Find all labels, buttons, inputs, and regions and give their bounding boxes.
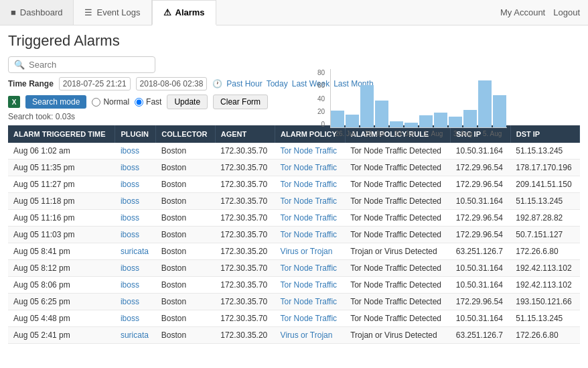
table-row[interactable]: Aug 05 11:16 pmibossBoston172.30.35.70To…: [8, 210, 580, 227]
table-cell-6-3: 172.30.35.20: [215, 243, 275, 260]
logout-link[interactable]: Logout: [553, 7, 580, 17]
table-cell-8-7: 192.42.113.102: [510, 277, 579, 294]
plugin-link[interactable]: iboss: [121, 297, 139, 306]
search-bar[interactable]: 🔍: [8, 56, 155, 73]
plugin-link[interactable]: suricata: [121, 330, 149, 340]
alarm-policy-link[interactable]: Tor Node Traffic: [281, 163, 337, 172]
y-label-80: 80: [317, 69, 325, 76]
table-cell-4-2: Boston: [156, 210, 216, 227]
table-cell-10-6: 10.50.31.164: [451, 310, 510, 327]
table-row[interactable]: Aug 05 6:25 pmibossBoston172.30.35.70Tor…: [8, 294, 580, 310]
table-cell-3-3: 172.30.35.70: [215, 193, 275, 210]
plugin-link[interactable]: iboss: [121, 314, 139, 323]
alarm-policy-link[interactable]: Tor Node Traffic: [281, 263, 337, 273]
plugin-link[interactable]: iboss: [121, 280, 139, 290]
table-row[interactable]: Aug 05 11:35 pmibossBoston172.30.35.70To…: [8, 160, 580, 176]
excel-export-button[interactable]: X: [8, 96, 20, 108]
table-cell-1-6: 172.29.96.54: [451, 160, 510, 176]
alarm-policy-link[interactable]: Tor Node Traffic: [281, 297, 337, 306]
table-cell-8-3: 172.30.35.70: [215, 277, 275, 294]
my-account-link[interactable]: My Account: [500, 7, 545, 17]
alarm-policy-link[interactable]: Tor Node Traffic: [281, 180, 337, 189]
normal-radio[interactable]: [92, 98, 100, 107]
col-header-3: AGENT: [215, 125, 275, 143]
fast-radio[interactable]: [135, 98, 143, 107]
table-cell-11-4: Virus or Trojan: [275, 327, 346, 344]
x-label-5: 5. Aug: [477, 130, 507, 137]
col-header-2: COLLECTOR: [156, 125, 216, 143]
tab-dashboard[interactable]: ■ Dashboard: [0, 0, 74, 25]
plugin-link[interactable]: iboss: [121, 196, 139, 206]
table-cell-4-7: 192.87.28.82: [510, 210, 579, 227]
plugin-link[interactable]: iboss: [121, 213, 139, 223]
chart-bar-6: [419, 115, 433, 127]
table-cell-7-5: Tor Node Traffic Detected: [345, 260, 451, 277]
plugin-link[interactable]: iboss: [121, 230, 139, 239]
alarm-policy-link[interactable]: Tor Node Traffic: [281, 314, 337, 323]
table-cell-10-1: iboss: [115, 310, 156, 327]
plugin-link[interactable]: iboss: [121, 163, 139, 172]
table-cell-1-7: 178.17.170.196: [510, 160, 579, 176]
page-content: Triggered Alarms 🔍 Time Range 2018-07-25…: [0, 25, 588, 351]
table-row[interactable]: Aug 05 4:48 pmibossBoston172.30.35.70Tor…: [8, 310, 580, 327]
table-cell-8-1: iboss: [115, 277, 156, 294]
plugin-link[interactable]: iboss: [121, 180, 139, 189]
table-row[interactable]: Aug 05 11:27 pmibossBoston172.30.35.70To…: [8, 176, 580, 193]
time-range-end[interactable]: 2018-08-06 02:38: [136, 77, 208, 90]
tab-alarms[interactable]: ⚠ Alarms: [152, 0, 216, 25]
table-row[interactable]: Aug 05 11:03 pmibossBoston172.30.35.70To…: [8, 227, 580, 243]
time-range-label: Time Range: [8, 79, 54, 88]
fast-radio-group: Fast: [135, 97, 161, 107]
normal-label: Normal: [103, 97, 129, 107]
table-cell-3-5: Tor Node Traffic Detected: [345, 193, 451, 210]
table-cell-11-0: Aug 05 2:41 pm: [8, 327, 115, 344]
col-header-1: PLUGIN: [115, 125, 156, 143]
table-cell-0-1: iboss: [115, 143, 156, 160]
chart-inner: 80 60 40 20 0 26. Jul28. Jul30. Jul1. Au…: [317, 69, 572, 137]
table-row[interactable]: Aug 05 8:06 pmibossBoston172.30.35.70Tor…: [8, 277, 580, 294]
fast-label: Fast: [146, 97, 161, 107]
search-mode-button[interactable]: Search mode: [25, 95, 86, 109]
past-hour-link[interactable]: Past Hour: [226, 79, 262, 88]
chart-container: 80 60 40 20 0 26. Jul28. Jul30. Jul1. Au…: [317, 69, 572, 143]
alarm-policy-link[interactable]: Virus or Trojan: [281, 330, 333, 340]
chart-bar-5: [405, 123, 418, 127]
normal-radio-group: Normal: [92, 97, 129, 107]
table-cell-6-6: 63.251.126.7: [451, 243, 510, 260]
alarm-policy-link[interactable]: Tor Node Traffic: [281, 280, 337, 290]
clear-form-button[interactable]: Clear Form: [213, 95, 268, 109]
table-row[interactable]: Aug 05 8:41 pmsuricataBoston172.30.35.20…: [8, 243, 580, 260]
tab-event-logs[interactable]: ☰ Event Logs: [74, 0, 151, 25]
chart-bars-area: 26. Jul28. Jul30. Jul1. Aug3. Aug5. Aug: [330, 69, 507, 137]
alarm-policy-link[interactable]: Tor Node Traffic: [281, 230, 337, 239]
table-cell-8-5: Tor Node Traffic Detected: [345, 277, 451, 294]
chart-bar-1: [346, 115, 359, 127]
table-cell-1-3: 172.30.35.70: [215, 160, 275, 176]
table-row[interactable]: Aug 06 1:02 amibossBoston172.30.35.70Tor…: [8, 143, 580, 160]
y-label-20: 20: [317, 108, 325, 115]
table-cell-2-7: 209.141.51.150: [510, 176, 579, 193]
search-input[interactable]: [29, 60, 149, 70]
alarm-policy-link[interactable]: Tor Node Traffic: [281, 213, 337, 223]
plugin-link[interactable]: iboss: [121, 146, 139, 156]
table-cell-10-4: Tor Node Traffic: [275, 310, 346, 327]
alarm-policy-link[interactable]: Virus or Trojan: [281, 247, 333, 256]
update-button[interactable]: Update: [167, 95, 208, 109]
alarm-policy-link[interactable]: Tor Node Traffic: [281, 196, 337, 206]
table-cell-0-3: 172.30.35.70: [215, 143, 275, 160]
table-row[interactable]: Aug 05 8:12 pmibossBoston172.30.35.70Tor…: [8, 260, 580, 277]
chart-bars: [330, 69, 507, 128]
plugin-link[interactable]: iboss: [121, 263, 139, 273]
table-cell-11-5: Trojan or Virus Detected: [345, 327, 451, 344]
time-range-start[interactable]: 2018-07-25 21:21: [59, 77, 131, 90]
plugin-link[interactable]: suricata: [121, 247, 149, 256]
table-cell-9-6: 172.29.96.54: [451, 294, 510, 310]
table-row[interactable]: Aug 05 11:18 pmibossBoston172.30.35.70To…: [8, 193, 580, 210]
alarm-policy-link[interactable]: Tor Node Traffic: [281, 146, 337, 156]
today-link[interactable]: Today: [267, 79, 288, 88]
chart-bar-7: [434, 113, 447, 127]
table-row[interactable]: Aug 05 2:41 pmsuricataBoston172.30.35.20…: [8, 327, 580, 344]
table-cell-5-7: 50.7.151.127: [510, 227, 579, 243]
table-cell-6-2: Boston: [156, 243, 216, 260]
chart-bar-4: [390, 121, 403, 127]
